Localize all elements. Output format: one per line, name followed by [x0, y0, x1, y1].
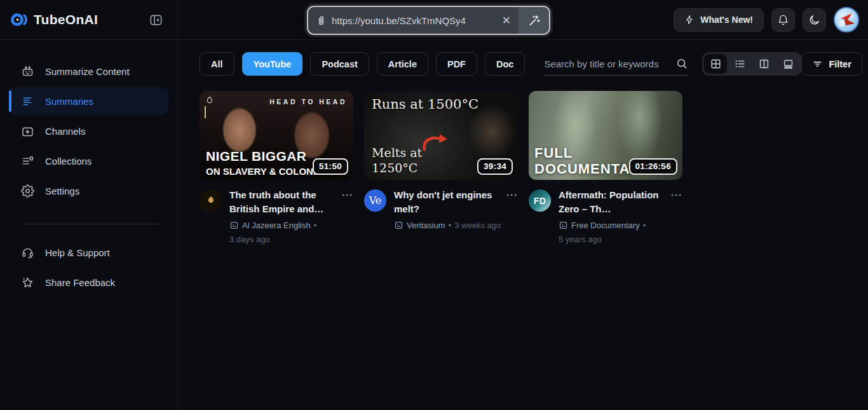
separator-dot: •	[643, 221, 646, 230]
channel-name: Veritasium	[407, 221, 445, 230]
sidebar-item-label: Settings	[45, 186, 79, 196]
sidebar-item-label: Collections	[45, 156, 92, 167]
filter-button[interactable]: Filter	[801, 52, 862, 76]
sidebar-collapse-button[interactable]	[149, 13, 163, 27]
search-bar	[544, 52, 688, 76]
sidebar: Summarize Content Summaries Channels	[0, 40, 178, 410]
user-avatar[interactable]	[834, 7, 859, 32]
split-view-button[interactable]	[752, 54, 775, 74]
whats-new-button[interactable]: What's New!	[674, 8, 764, 32]
channels-icon	[21, 125, 34, 138]
star-icon	[21, 276, 34, 289]
channel-avatar: Ve	[364, 189, 386, 212]
filter-label: Filter	[829, 59, 851, 69]
type-filter-tabs: All YouTube Podcast Article PDF Doc	[200, 52, 525, 76]
main-content: All YouTube Podcast Article PDF Doc	[179, 40, 868, 410]
tab-all[interactable]: All	[200, 52, 234, 76]
grid-view-button[interactable]	[704, 54, 727, 74]
sidebar-item-collections[interactable]: Collections	[9, 147, 168, 175]
list-view-button[interactable]	[728, 54, 751, 74]
tab-podcast[interactable]: Podcast	[310, 52, 369, 76]
video-thumbnail[interactable]: FULL DOCUMENTARY 01:26:56	[529, 91, 682, 180]
topbar: TubeOnAI ✕	[0, 0, 868, 40]
clear-url-button[interactable]: ✕	[494, 14, 519, 27]
content-toolbar: All YouTube Podcast Article PDF Doc	[200, 52, 840, 76]
topbar-left: TubeOnAI	[0, 0, 178, 39]
moon-icon	[808, 14, 820, 26]
separator-dot: •	[314, 221, 317, 230]
split-view-icon	[758, 58, 770, 70]
more-options-button[interactable]: ···	[338, 188, 353, 200]
summarize-url-bar: ✕	[307, 6, 550, 35]
video-title[interactable]: Why don't jet engines melt?	[394, 188, 494, 216]
sidebar-item-label: Share Feedback	[45, 277, 115, 288]
whats-new-label: What's New!	[700, 15, 753, 25]
tubeonai-logo-icon	[9, 10, 28, 29]
grid-view-icon	[710, 58, 722, 70]
card-subinfo: Veritasium • 3 weeks ago	[394, 221, 518, 230]
view-mode-switcher	[702, 52, 801, 76]
zap-icon	[684, 15, 695, 25]
sidebar-item-label: Summarize Content	[45, 66, 130, 77]
search-icon	[675, 57, 688, 70]
card-meta: FD Aftermath: Population Zero – Th… ···	[529, 188, 682, 244]
tab-article[interactable]: Article	[377, 52, 428, 76]
url-input[interactable]	[332, 15, 494, 26]
sidebar-item-settings[interactable]: Settings	[9, 177, 168, 205]
separator-dot: •	[449, 221, 452, 230]
tab-doc[interactable]: Doc	[485, 52, 525, 76]
sidebar-divider	[20, 224, 158, 224]
bot-icon	[21, 65, 34, 78]
tab-youtube[interactable]: YouTube	[242, 52, 303, 76]
thumbnail-text: FULL	[534, 145, 573, 161]
notifications-button[interactable]	[771, 8, 795, 32]
dark-mode-toggle[interactable]	[803, 8, 826, 32]
thumbnail-text: 1250°C	[372, 161, 417, 175]
app-logo[interactable]: TubeOnAI	[9, 10, 98, 29]
list-view-icon	[734, 58, 746, 70]
video-thumbnail[interactable]: Runs at 1500°C Melts at 1250°C 39:34	[364, 91, 518, 180]
topbar-actions: What's New!	[674, 7, 868, 32]
red-arrow-graphic	[420, 130, 448, 153]
duration-badge: 39:34	[477, 158, 513, 175]
sidebar-item-summaries[interactable]: Summaries	[9, 87, 168, 115]
video-thumbnail[interactable]: HEAD TO HEAD NIGEL BIGGAR ON SLAVERY & C…	[200, 91, 353, 180]
channel-avatar: FD	[529, 189, 551, 212]
video-title[interactable]: Aftermath: Population Zero – Th…	[559, 188, 659, 216]
summary-card: Runs at 1500°C Melts at 1250°C 39:34 Ve …	[364, 91, 518, 244]
search-input[interactable]	[544, 58, 670, 69]
card-meta: Ve Why don't jet engines melt? ···	[364, 188, 518, 230]
more-options-button[interactable]: ···	[667, 188, 682, 200]
sidebar-item-summarize-content[interactable]: Summarize Content	[9, 57, 168, 85]
duration-badge: 01:26:56	[629, 158, 677, 175]
summary-source-icon	[559, 221, 568, 230]
thumbnail-text: Melts at	[372, 146, 422, 160]
channel-name: Free Documentary	[571, 221, 640, 230]
summary-source-icon	[394, 221, 403, 230]
app-title: TubeOnAI	[34, 12, 98, 27]
sidebar-item-share-feedback[interactable]: Share Feedback	[9, 268, 168, 296]
card-meta: The truth about the British Empire and… …	[200, 188, 353, 244]
sidebar-item-help-support[interactable]: Help & Support	[9, 238, 168, 266]
tab-pdf[interactable]: PDF	[436, 52, 477, 76]
magic-wand-icon	[527, 14, 541, 27]
video-title[interactable]: The truth about the British Empire and…	[229, 188, 330, 216]
headset-icon	[21, 246, 34, 259]
sidebar-item-label: Channels	[45, 126, 85, 137]
summary-source-icon	[229, 221, 239, 230]
al-jazeera-logo	[205, 95, 215, 118]
thumbnail-text: Runs at 1500°C	[372, 97, 478, 112]
card-subinfo: Al Jazeera English • 3 days ago	[229, 221, 353, 244]
gear-icon	[21, 184, 34, 198]
sidebar-item-channels[interactable]: Channels	[9, 117, 168, 145]
sidebar-item-label: Help & Support	[45, 247, 110, 258]
channel-avatar	[200, 189, 222, 212]
published-age: 3 weeks ago	[454, 221, 501, 230]
more-options-button[interactable]: ···	[503, 188, 518, 200]
summary-card: FULL DOCUMENTARY 01:26:56 FD Aftermath: …	[529, 91, 682, 244]
card-view-button[interactable]	[776, 54, 799, 74]
summarize-button[interactable]	[519, 7, 549, 34]
thumbnail-brand-text: HEAD TO HEAD	[269, 98, 347, 106]
collections-icon	[21, 154, 34, 168]
summary-card: HEAD TO HEAD NIGEL BIGGAR ON SLAVERY & C…	[200, 91, 353, 244]
